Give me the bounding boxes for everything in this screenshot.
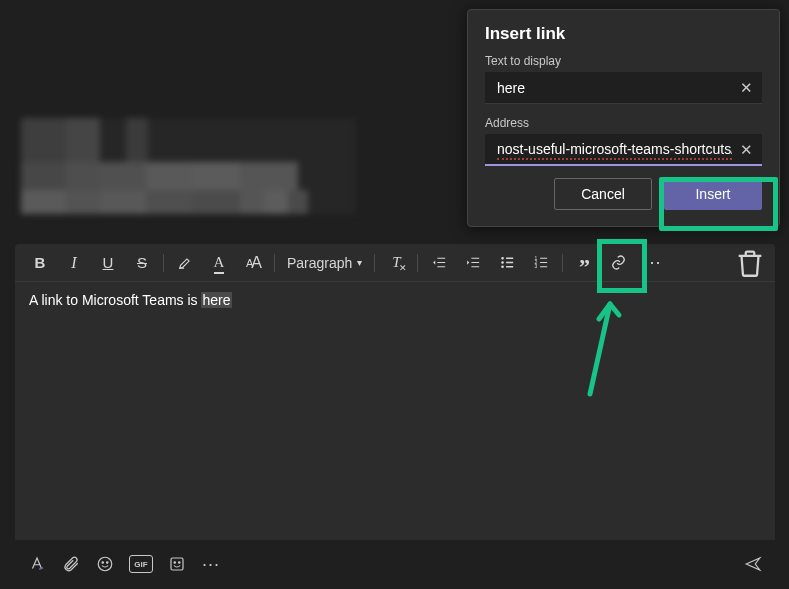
redacted-content — [21, 118, 356, 214]
message-editor[interactable]: A link to Microsoft Teams is here — [15, 282, 775, 540]
editor-text: A link to Microsoft Teams is — [29, 292, 201, 308]
svg-point-7 — [102, 562, 104, 564]
svg-point-11 — [179, 562, 181, 564]
cancel-label: Cancel — [581, 186, 625, 202]
clear-address-button[interactable]: ✕ — [736, 140, 756, 160]
chevron-down-icon: ▾ — [357, 257, 362, 268]
insert-link-dialog: Insert link Text to display ✕ Address ✕ … — [467, 9, 780, 227]
separator — [417, 254, 418, 272]
spellcheck-underline — [497, 158, 732, 160]
editor-selected-text: here — [201, 292, 231, 308]
quote-button[interactable]: ” — [567, 248, 601, 278]
sticker-button[interactable] — [167, 554, 187, 574]
svg-point-1 — [502, 262, 503, 263]
compose-actions: GIF ··· — [15, 549, 775, 579]
svg-point-10 — [174, 562, 176, 564]
formatting-toolbar: B I U S A AA Paragraph ▾ T✕ — [15, 244, 775, 282]
emoji-button[interactable] — [95, 554, 115, 574]
svg-point-0 — [502, 258, 503, 259]
insert-link-button[interactable] — [601, 248, 635, 278]
separator — [163, 254, 164, 272]
separator — [274, 254, 275, 272]
svg-point-6 — [98, 557, 112, 571]
insert-label: Insert — [695, 186, 730, 202]
cancel-button[interactable]: Cancel — [554, 178, 652, 210]
paragraph-style-dropdown[interactable]: Paragraph ▾ — [279, 248, 370, 278]
italic-button[interactable]: I — [57, 248, 91, 278]
more-apps-button[interactable]: ··· — [201, 554, 221, 574]
bulleted-list-button[interactable] — [490, 248, 524, 278]
font-color-button[interactable]: A — [202, 248, 236, 278]
attach-button[interactable] — [61, 554, 81, 574]
separator — [374, 254, 375, 272]
svg-rect-9 — [171, 558, 183, 570]
numbered-list-button[interactable]: 123 — [524, 248, 558, 278]
svg-text:3: 3 — [534, 264, 537, 269]
address-input[interactable] — [485, 134, 762, 166]
send-button[interactable] — [743, 554, 763, 574]
clear-text-button[interactable]: ✕ — [736, 78, 756, 98]
clear-formatting-button[interactable]: T✕ — [379, 248, 413, 278]
text-to-display-input[interactable] — [485, 72, 762, 104]
svg-point-8 — [107, 562, 109, 564]
indent-button[interactable] — [456, 248, 490, 278]
compose-box: B I U S A AA Paragraph ▾ T✕ — [15, 244, 775, 540]
gif-label: GIF — [134, 560, 147, 569]
svg-point-2 — [502, 266, 503, 267]
highlight-button[interactable] — [168, 248, 202, 278]
paragraph-label: Paragraph — [287, 255, 352, 271]
font-size-button[interactable]: AA — [236, 248, 270, 278]
format-button[interactable] — [27, 554, 47, 574]
underline-button[interactable]: U — [91, 248, 125, 278]
strikethrough-button[interactable]: S — [125, 248, 159, 278]
more-options-button[interactable]: ··· — [635, 248, 669, 278]
insert-button[interactable]: Insert — [664, 178, 762, 210]
gif-button[interactable]: GIF — [129, 555, 153, 573]
separator — [562, 254, 563, 272]
address-label: Address — [485, 116, 762, 130]
bold-button[interactable]: B — [23, 248, 57, 278]
dialog-title: Insert link — [485, 24, 762, 44]
delete-button[interactable] — [733, 248, 767, 278]
text-to-display-label: Text to display — [485, 54, 762, 68]
outdent-button[interactable] — [422, 248, 456, 278]
